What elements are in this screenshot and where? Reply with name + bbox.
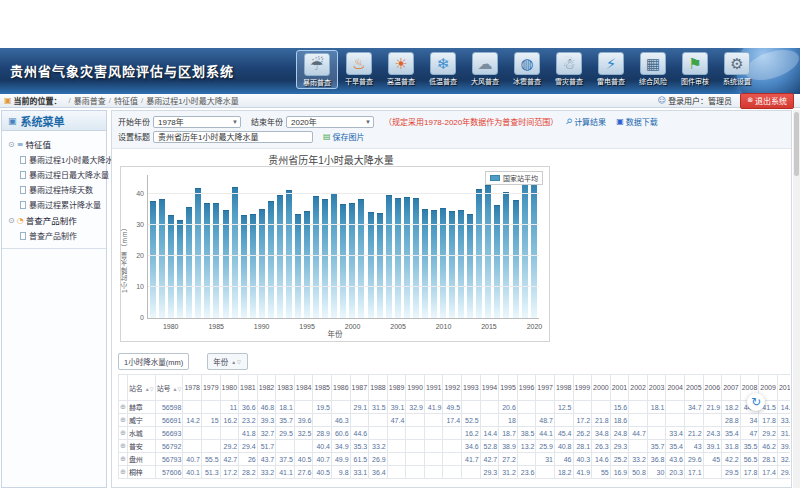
year-header-2003[interactable]: 2003	[647, 375, 666, 401]
save-image-button[interactable]: ▤ 保存图片	[323, 131, 365, 142]
year-header-1999[interactable]: 1999	[573, 375, 592, 401]
tree-item-普查产品制作[interactable]: 普查产品制作	[4, 228, 104, 243]
toolbar-item-低温普查[interactable]: ❄低温普查	[422, 50, 464, 89]
year-header-1978[interactable]: 1978	[183, 375, 202, 401]
breadcrumb-item-1[interactable]: 暴雨普查	[74, 95, 106, 106]
year-header-2005[interactable]: 2005	[684, 375, 703, 401]
tree-toggle-icon[interactable]: ⊙	[8, 216, 15, 225]
sidebar: ▣ 系统菜单 ⊙≡特征值暴雨过程1小时最大降水量暴雨过程日最大降水量暴雨过程持续…	[1, 110, 107, 488]
scrollbar-thumb[interactable]	[794, 112, 799, 176]
station-id-header[interactable]: 站号 ▲▽	[155, 375, 183, 401]
vertical-scrollbar[interactable]	[793, 110, 800, 488]
tree-item-暴雨过程1小时最大降水量[interactable]: 暴雨过程1小时最大降水量	[4, 152, 104, 167]
station-name-header[interactable]: 站名 ▲▽	[127, 375, 155, 401]
end-year-select[interactable]: 2020年 ▼	[286, 116, 374, 128]
row-expand-icon[interactable]: ⊕	[119, 466, 128, 479]
range-note: （规定采用1978-2020年数据作为普查时间范围）	[384, 116, 558, 127]
row-expand-icon[interactable]: ⊕	[119, 414, 128, 427]
value-cell: 14.6	[592, 453, 611, 466]
toolbar-item-label: 系统设置	[716, 76, 758, 86]
chart-title-input[interactable]: 贵州省历年1小时最大降水量	[153, 131, 313, 143]
toolbar-item-图件审核[interactable]: ⚑图件审核	[674, 50, 716, 89]
year-header-2001[interactable]: 2001	[610, 375, 629, 401]
year-header-1991[interactable]: 1991	[424, 375, 443, 401]
year-header-1980[interactable]: 1980	[220, 375, 239, 401]
row-expand-icon[interactable]: ⊕	[119, 401, 128, 414]
year-header-1995[interactable]: 1995	[499, 375, 518, 401]
year-header-1996[interactable]: 1996	[517, 375, 536, 401]
value-cell: 40.4	[313, 440, 332, 453]
value-cell: 29.2	[220, 440, 239, 453]
year-header-1979[interactable]: 1979	[201, 375, 220, 401]
year-header-2006[interactable]: 2006	[703, 375, 722, 401]
toolbar-item-高温普查[interactable]: ☀高温普查	[380, 50, 422, 89]
refresh-icon[interactable]: ↻	[747, 393, 765, 411]
year-header-1998[interactable]: 1998	[554, 375, 573, 401]
year-header-1982[interactable]: 1982	[257, 375, 276, 401]
value-cell: 35.7	[647, 440, 666, 453]
toolbar-item-冰雹普查[interactable]: ◍冰雹普查	[506, 50, 548, 89]
row-expand-icon[interactable]: ⊕	[119, 440, 128, 453]
tree-group-特征值[interactable]: ⊙≡特征值	[4, 136, 104, 152]
value-cell: 31.5	[369, 401, 388, 414]
bar-2004	[386, 195, 392, 318]
value-cell: 39.6	[294, 414, 313, 427]
year-header-1989[interactable]: 1989	[387, 375, 406, 401]
year-header-2000[interactable]: 2000	[592, 375, 611, 401]
row-expand-icon[interactable]: ⊕	[119, 453, 128, 466]
start-year-select[interactable]: 1978年 ▼	[153, 116, 241, 128]
calc-result-button[interactable]: ⚲ 计算结果	[566, 116, 606, 127]
year-header-1992[interactable]: 1992	[443, 375, 462, 401]
toolbar-item-干旱普查[interactable]: ♨干旱普查	[338, 50, 380, 89]
year-header-1983[interactable]: 1983	[276, 375, 295, 401]
value-cell: 32.5	[294, 427, 313, 440]
value-cell: 41.1	[276, 466, 295, 479]
value-cell: 26.2	[573, 427, 592, 440]
toolbar-item-系统设置[interactable]: ⚙系统设置	[716, 50, 758, 89]
year-header-1984[interactable]: 1984	[294, 375, 313, 401]
year-header-1981[interactable]: 1981	[239, 375, 258, 401]
tree-group-普查产品制作[interactable]: ⊙◔普查产品制作	[4, 212, 104, 228]
bar-1991	[268, 201, 274, 318]
year-header-1986[interactable]: 1986	[332, 375, 351, 401]
year-header-1987[interactable]: 1987	[350, 375, 369, 401]
bar-1978	[150, 201, 156, 318]
year-header-1988[interactable]: 1988	[369, 375, 388, 401]
value-cell: 18.2	[554, 466, 573, 479]
toolbar-item-暴雨普查[interactable]: ☔暴雨普查	[296, 50, 338, 89]
year-header-2007[interactable]: 2007	[722, 375, 741, 401]
value-cell	[201, 401, 220, 414]
row-expand-icon[interactable]: ⊕	[119, 427, 128, 440]
bar-1995	[304, 211, 310, 318]
value-cell: 18.1	[276, 401, 295, 414]
year-header-1993[interactable]: 1993	[462, 375, 481, 401]
toolbar-item-大风普查[interactable]: ☁大风普查	[464, 50, 506, 89]
data-download-button[interactable]: ▣ 数据下载	[616, 116, 658, 127]
value-cell	[332, 401, 351, 414]
main-panel: 开始年份 1978年 ▼ 结束年份 2020年 ▼ （规定采用1978-2020…	[111, 110, 792, 488]
value-cell: 29.1	[350, 401, 369, 414]
value-cell: 26.3	[592, 440, 611, 453]
year-header-1997[interactable]: 1997	[536, 375, 555, 401]
year-header-1990[interactable]: 1990	[406, 375, 425, 401]
tree-item-暴雨过程日最大降水量[interactable]: 暴雨过程日最大降水量	[4, 167, 104, 182]
year-sort-control[interactable]: 年份 ▲▽	[207, 353, 248, 370]
year-header-2010[interactable]: 2010	[777, 375, 790, 401]
year-header-1994[interactable]: 1994	[480, 375, 499, 401]
year-header-1985[interactable]: 1985	[313, 375, 332, 401]
logout-button[interactable]: ⊗ 退出系统	[740, 93, 794, 109]
breadcrumb-item-2[interactable]: 特征值	[114, 95, 138, 106]
page: 贵州省气象灾害风险评估与区划系统 ☔暴雨普查♨干旱普查☀高温普查❄低温普查☁大风…	[0, 0, 800, 500]
toolbar-item-综合风险[interactable]: ▦综合风险	[632, 50, 674, 89]
year-header-2004[interactable]: 2004	[666, 375, 685, 401]
breadcrumb-item-3[interactable]: 暴雨过程1小时最大降水量	[146, 95, 238, 106]
year-header-2002[interactable]: 2002	[629, 375, 648, 401]
tree-item-暴雨过程持续天数[interactable]: 暴雨过程持续天数	[4, 182, 104, 197]
toolbar-item-雪灾普查[interactable]: ☃雪灾普查	[548, 50, 590, 89]
document-icon	[20, 171, 26, 179]
value-cell: 28.2	[239, 466, 258, 479]
tree-toggle-icon[interactable]: ⊙	[8, 140, 15, 149]
toolbar-item-雷电普查[interactable]: ⚡雷电普查	[590, 50, 632, 89]
tree-item-暴雨过程累计降水量[interactable]: 暴雨过程累计降水量	[4, 197, 104, 212]
value-cell	[443, 440, 462, 453]
